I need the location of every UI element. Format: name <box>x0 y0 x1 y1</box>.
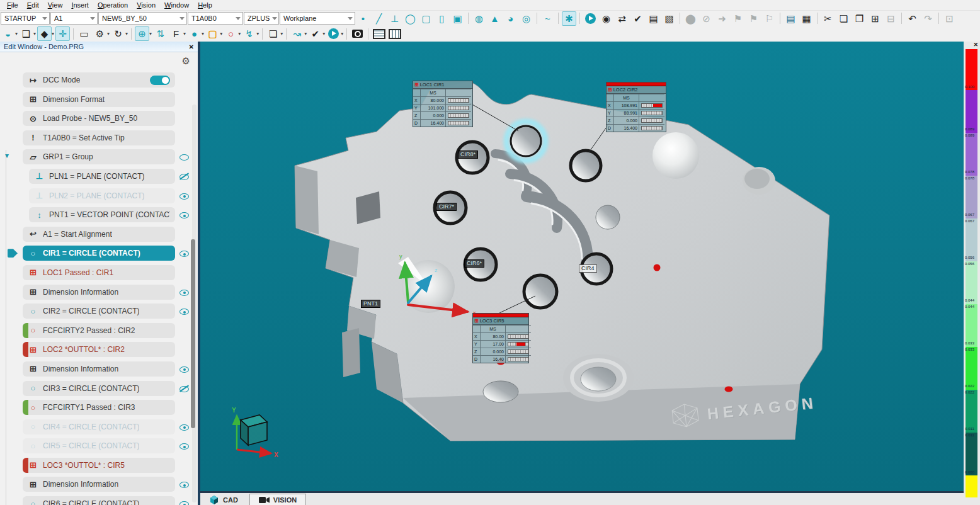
command-item-fcfcirty2[interactable]: ○FCFCIRTY2 Passed : CIR2 <box>23 323 189 338</box>
command-pill[interactable]: ↦DCC Mode <box>23 72 175 88</box>
circle-gage-icon[interactable]: ○ <box>224 26 238 41</box>
command-item-cir1[interactable]: ○CIR1 = CIRCLE (CONTACT) <box>23 246 189 261</box>
chevron-down-icon[interactable] <box>348 17 353 20</box>
eye-icon[interactable] <box>179 422 190 432</box>
command-pill[interactable]: ↕PNT1 = VECTOR POINT (CONTACT) <box>29 207 175 222</box>
dropdown-caret-icon[interactable]: ▾ <box>238 31 241 37</box>
program-select[interactable]: STARTUP <box>1 12 50 25</box>
eye-icon[interactable] <box>179 364 190 374</box>
cut-icon[interactable]: ✂ <box>821 11 835 26</box>
command-item-pnt1[interactable]: ↕PNT1 = VECTOR POINT (CONTACT) <box>29 207 189 222</box>
dcc-mode-toggle[interactable] <box>150 76 170 85</box>
command-pill[interactable]: ○CIR6 = CIRCLE (CONTACT) <box>23 496 175 505</box>
dropdown-caret-icon[interactable]: ▾ <box>183 31 186 37</box>
probe-mode-icon[interactable]: ◒ <box>1 26 15 41</box>
done-check-icon[interactable]: ✔ <box>308 26 322 41</box>
chevron-down-icon[interactable] <box>179 17 185 20</box>
command-item-load[interactable]: ⊙Load Probe - NEW5_BY_50 <box>23 111 189 126</box>
loop-icon[interactable]: ⇄ <box>615 11 629 26</box>
command-pill[interactable]: ○CIR5 = CIRCLE (CONTACT) <box>23 438 175 453</box>
close-icon[interactable]: ✕ <box>973 42 978 48</box>
menu-vision[interactable]: Vision <box>132 1 160 9</box>
bookmark-pin-icon[interactable]: ⚑ <box>746 11 761 26</box>
probe-toggle-icon[interactable]: ⇅ <box>153 26 168 41</box>
point-feature-icon[interactable]: • <box>356 11 370 26</box>
eye-icon[interactable] <box>179 441 190 451</box>
menu-file[interactable]: File <box>3 1 23 9</box>
chevron-down-icon[interactable] <box>90 17 95 20</box>
chevron-down-icon[interactable] <box>272 17 277 20</box>
eye-slash-icon[interactable] <box>179 383 190 394</box>
eye-icon[interactable] <box>179 499 190 505</box>
command-item-dimension[interactable]: ⊞Dimension Information <box>23 477 189 492</box>
undo-icon[interactable]: ↶ <box>905 11 920 26</box>
dropdown-caret-icon[interactable]: ▾ <box>33 31 36 37</box>
gear-icon[interactable]: ⚙ <box>182 55 190 67</box>
play-execution-icon[interactable] <box>326 26 341 41</box>
cone-feature-icon[interactable]: ▲ <box>487 11 502 26</box>
command-item-loc2[interactable]: ⊞LOC2 *OUTTOL* : CIR2 <box>23 342 189 357</box>
dropdown-caret-icon[interactable]: ▾ <box>341 31 343 37</box>
square-slot-feature-icon[interactable]: ▯ <box>435 11 449 26</box>
command-item-fcfcirty1[interactable]: ○FCFCIRTY1 Passed : CIR3 <box>23 400 189 415</box>
dropdown-caret-icon[interactable]: ▾ <box>220 31 222 37</box>
panel-scrollbar-thumb[interactable] <box>191 239 195 428</box>
protect-document-icon[interactable]: ▧ <box>662 11 676 26</box>
circle-feature-icon[interactable]: ◯ <box>403 11 418 26</box>
menu-insert[interactable]: Insert <box>67 1 93 9</box>
chevron-down-icon[interactable] <box>42 17 47 20</box>
workplane-mode-select[interactable]: Workplane <box>280 12 355 25</box>
command-pill[interactable]: ⊞Dimension Information <box>23 361 175 377</box>
dropdown-caret-icon[interactable]: ▾ <box>149 31 152 37</box>
menu-help[interactable]: Help <box>193 1 217 9</box>
copy-panes-icon[interactable]: ❏ <box>266 26 280 41</box>
command-pill[interactable]: ○CIR4 = CIRCLE (CONTACT) <box>23 419 175 434</box>
command-item-dimension[interactable]: ⊞Dimension Information <box>23 361 189 377</box>
pattern-icon[interactable]: ⊞ <box>868 11 882 26</box>
dropdown-caret-icon[interactable]: ▾ <box>322 31 325 37</box>
tab-vision[interactable]: VISION <box>249 494 306 505</box>
command-pill[interactable]: ⊞Dimension Format <box>23 92 175 107</box>
menu-operation[interactable]: Operation <box>93 1 132 9</box>
redo-icon[interactable]: ↷ <box>921 11 935 26</box>
command-pill[interactable]: ○CIR3 = CIRCLE (CONTACT) <box>23 381 175 396</box>
torus-feature-icon[interactable]: ◎ <box>519 11 533 26</box>
command-pill[interactable]: ○FCFCIRTY2 Passed : CIR2 <box>23 323 175 338</box>
command-pill[interactable]: ↩A1 = Start Alignment <box>23 227 175 242</box>
cylinder-feature-icon[interactable]: ◍ <box>472 11 486 26</box>
execute-icon[interactable] <box>583 11 598 26</box>
rotate-view-icon[interactable]: ↻ <box>111 26 125 41</box>
copy-icon[interactable]: ❏ <box>836 11 851 26</box>
edit-window-titlebar[interactable]: Edit Window - Demo.PRG ✕ <box>0 42 198 52</box>
rectangle-feature-icon[interactable]: ▣ <box>450 11 465 26</box>
solid-view-icon[interactable]: ◆ <box>37 26 52 41</box>
quick-align-icon[interactable]: ↯ <box>242 26 256 41</box>
auto-feature-icon[interactable]: ✱ <box>562 11 576 26</box>
insert-point-icon[interactable]: ◉ <box>599 11 613 26</box>
sphere-feature-icon[interactable]: ◕ <box>503 11 518 26</box>
menu-view[interactable]: View <box>43 1 67 9</box>
summary-list-icon[interactable]: ▤ <box>783 11 798 26</box>
command-item-t1a0b0[interactable]: !T1A0B0 = Set Active Tip <box>23 130 189 145</box>
command-item-grp1[interactable]: ▾▱GRP1 = Group <box>23 149 189 164</box>
comment-icon[interactable]: ▭ <box>77 26 91 41</box>
chevron-down-icon[interactable] <box>236 17 241 20</box>
command-pill[interactable]: ⊥PLN2 = PLANE (CONTACT) <box>29 188 175 203</box>
command-pill[interactable]: ⊞Dimension Information <box>23 285 175 300</box>
alignment-select[interactable]: A1 <box>50 12 98 25</box>
pan-view-icon[interactable]: ✛ <box>55 26 70 41</box>
command-item-pln2[interactable]: ⊥PLN2 = PLANE (CONTACT) <box>29 188 189 203</box>
command-pill[interactable]: ○CIR2 = CIRCLE (CONTACT) <box>23 304 175 319</box>
eye-icon[interactable] <box>179 248 190 258</box>
paste-icon[interactable]: ❐ <box>852 11 867 26</box>
snapshot-icon[interactable] <box>350 26 365 41</box>
stop-icon[interactable]: ⬤ <box>683 11 698 26</box>
bookmark-remove-icon[interactable]: ⚐ <box>762 11 777 26</box>
command-pill[interactable]: ⊞LOC2 *OUTTOL* : CIR2 <box>23 342 175 357</box>
command-item-cir5[interactable]: ○CIR5 = CIRCLE (CONTACT) <box>23 438 189 453</box>
bookmark-icon[interactable]: ⚑ <box>731 11 745 26</box>
dropdown-caret-icon[interactable]: ▾ <box>304 31 307 37</box>
command-item-cir4[interactable]: ○CIR4 = CIRCLE (CONTACT) <box>23 419 189 434</box>
command-item-loc1[interactable]: ⊞LOC1 Passed : CIR1 <box>23 265 189 280</box>
report-window-icon[interactable]: ▦ <box>799 11 814 26</box>
